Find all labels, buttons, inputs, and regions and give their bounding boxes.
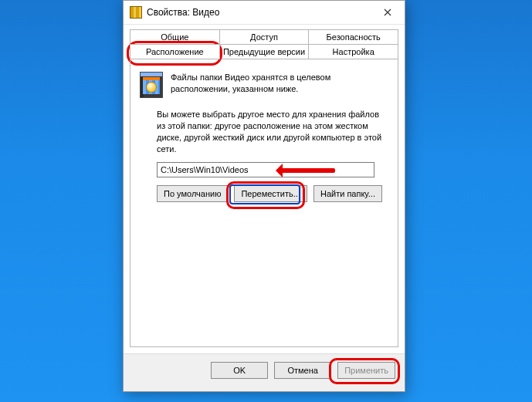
titlebar: Свойства: Видео xyxy=(124,1,405,25)
arrow-annotation xyxy=(280,168,335,173)
tab-panel-location: Файлы папки Видео хранятся в целевом рас… xyxy=(130,59,398,347)
properties-dialog: Свойства: Видео Общие Доступ Безопасност… xyxy=(123,0,405,392)
tab-location[interactable]: Расположение xyxy=(130,44,220,59)
dialog-footer: OK Отмена Применить xyxy=(124,353,405,391)
button-row: По умолчанию Переместить... Найти папку.… xyxy=(157,185,388,202)
move-button[interactable]: Переместить... xyxy=(234,185,307,202)
restore-default-button[interactable]: По умолчанию xyxy=(157,185,228,202)
find-folder-button[interactable]: Найти папку... xyxy=(313,185,382,202)
path-value: C:\Users\Win10\Videos xyxy=(161,165,249,174)
description-text: Вы можете выбрать другое место для хране… xyxy=(157,109,388,154)
desktop-background: Свойства: Видео Общие Доступ Безопасност… xyxy=(0,0,532,402)
tab-access[interactable]: Доступ xyxy=(220,29,310,44)
intro-text: Файлы папки Видео хранятся в целевом рас… xyxy=(171,72,388,95)
close-button[interactable] xyxy=(371,1,405,24)
tab-row-top: Общие Доступ Безопасность xyxy=(130,29,398,44)
close-icon xyxy=(384,8,391,16)
tab-customize[interactable]: Настройка xyxy=(309,44,398,59)
tab-row-bottom: Расположение Предыдущие версии Настройка xyxy=(130,44,398,59)
tab-general[interactable]: Общие xyxy=(130,29,220,44)
info-row: Файлы папки Видео хранятся в целевом рас… xyxy=(140,72,388,98)
ok-button[interactable]: OK xyxy=(211,362,268,379)
tab-previous-versions[interactable]: Предыдущие версии xyxy=(220,44,310,59)
path-input[interactable]: C:\Users\Win10\Videos xyxy=(157,162,374,177)
tabs-container: Общие Доступ Безопасность Расположение П… xyxy=(124,25,405,59)
tab-security[interactable]: Безопасность xyxy=(309,29,398,44)
video-folder-icon xyxy=(130,6,142,19)
window-title: Свойства: Видео xyxy=(147,7,371,18)
video-icon xyxy=(140,72,163,98)
apply-button[interactable]: Применить xyxy=(337,362,395,379)
cancel-button[interactable]: Отмена xyxy=(274,362,331,379)
